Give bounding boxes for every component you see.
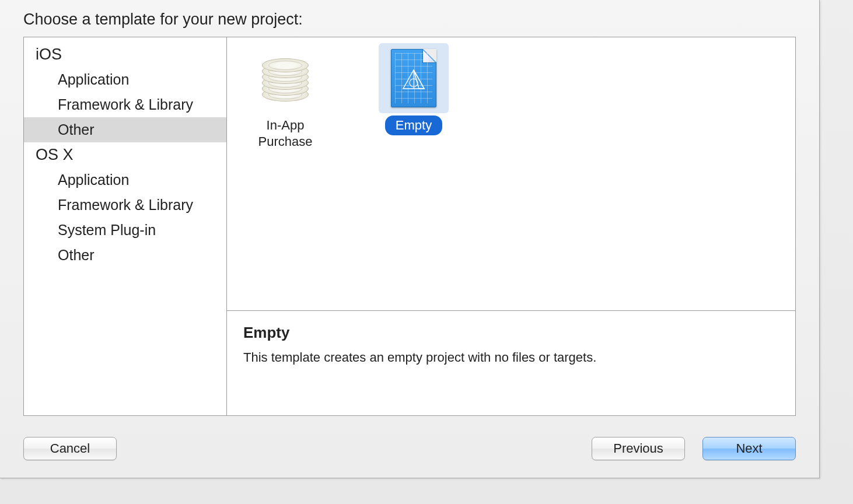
template-content: In-App Purchase <box>227 37 795 415</box>
dialog-title: Choose a template for your new project: <box>0 0 819 37</box>
button-group-right: Previous Next <box>592 437 796 460</box>
blueprint-icon <box>391 49 436 107</box>
template-description: Empty This template creates an empty pro… <box>227 310 795 415</box>
sidebar-heading-osx: OS X <box>24 142 226 167</box>
sidebar-item-ios-other[interactable]: Other <box>24 117 226 142</box>
sidebar-item-osx-framework-library[interactable]: Framework & Library <box>24 192 226 218</box>
button-bar: Cancel Previous Next <box>0 416 819 460</box>
template-label: Empty <box>385 116 442 135</box>
sidebar-item-ios-application[interactable]: Application <box>24 67 226 92</box>
cancel-button[interactable]: Cancel <box>23 437 117 460</box>
previous-button[interactable]: Previous <box>592 437 685 460</box>
template-icon-wrap <box>250 43 320 113</box>
template-in-app-purchase[interactable]: In-App Purchase <box>239 43 332 151</box>
description-text: This template creates an empty project w… <box>243 350 779 365</box>
template-category-sidebar: iOS Application Framework & Library Othe… <box>24 37 227 415</box>
template-label: In-App Purchase <box>239 116 332 151</box>
template-grid: In-App Purchase <box>227 37 795 310</box>
button-group-left: Cancel <box>23 437 117 460</box>
sidebar-item-ios-framework-library[interactable]: Framework & Library <box>24 92 226 117</box>
template-empty[interactable]: Empty <box>367 43 460 135</box>
sidebar-item-osx-other[interactable]: Other <box>24 243 226 268</box>
next-button[interactable]: Next <box>702 437 796 460</box>
new-project-dialog: Choose a template for your new project: … <box>0 0 820 478</box>
description-title: Empty <box>243 324 779 342</box>
main-content: iOS Application Framework & Library Othe… <box>23 37 796 416</box>
sidebar-heading-ios: iOS <box>24 42 226 67</box>
coins-icon <box>260 55 311 102</box>
sidebar-item-osx-system-plugin[interactable]: System Plug-in <box>24 218 226 243</box>
sidebar-item-osx-application[interactable]: Application <box>24 167 226 192</box>
template-icon-wrap <box>379 43 449 113</box>
